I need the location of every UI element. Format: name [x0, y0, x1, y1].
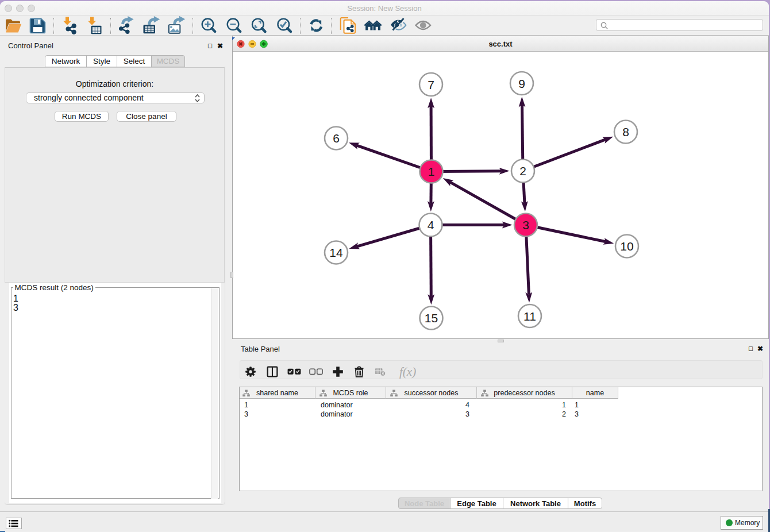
svg-text:8: 8 [622, 125, 629, 138]
svg-text:6: 6 [333, 132, 340, 145]
svg-text:4: 4 [428, 218, 434, 232]
svg-text:10: 10 [620, 240, 633, 253]
svg-text:1: 1 [428, 165, 435, 178]
svg-text:14: 14 [329, 246, 343, 259]
svg-text:11: 11 [523, 310, 536, 323]
svg-text:7: 7 [428, 78, 434, 91]
svg-text:f(x): f(x) [399, 365, 416, 379]
svg-text:9: 9 [518, 77, 525, 90]
svg-text:15: 15 [425, 311, 438, 325]
svg-text:2: 2 [519, 164, 526, 178]
svg-text:3: 3 [522, 218, 529, 232]
